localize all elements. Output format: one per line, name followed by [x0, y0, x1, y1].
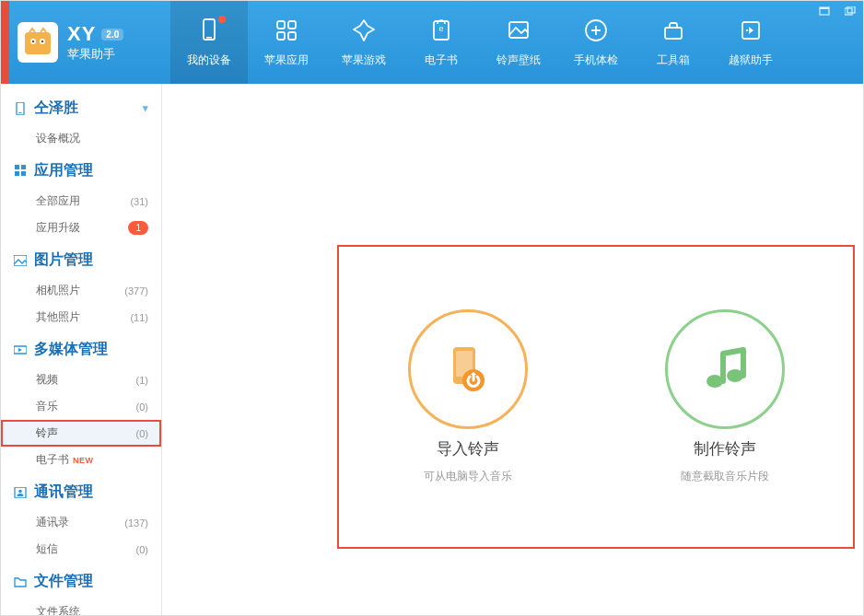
create-title: 制作铃声 — [694, 438, 756, 459]
item-count: (11) — [130, 312, 148, 323]
sidebar-group-contacts[interactable]: 通讯管理 — [1, 473, 161, 509]
create-ringtone-icon — [665, 309, 785, 429]
sidebar-item-label: 通讯录 — [36, 515, 69, 530]
create-subtitle: 随意截取音乐片段 — [681, 469, 769, 484]
apps-icon — [14, 165, 27, 178]
window-minimize-icon[interactable] — [817, 5, 832, 17]
sidebar-item-label: 全部应用 — [36, 193, 80, 209]
import-ringtone-icon — [408, 309, 528, 429]
sidebar-device-head[interactable]: 仝泽胜 ▾ — [1, 89, 161, 125]
item-count: (0) — [136, 401, 148, 413]
sidebar-item[interactable]: 全部应用(31) — [1, 188, 161, 215]
sidebar-group-title: 图片管理 — [34, 250, 93, 270]
image-icon — [14, 254, 27, 267]
sidebar-group-title: 多媒体管理 — [34, 340, 108, 359]
device-icon — [14, 102, 27, 115]
tab-device[interactable]: 我的设备 — [170, 1, 248, 84]
svg-rect-25 — [15, 171, 19, 176]
sidebar-item-label: 相机照片 — [36, 283, 80, 298]
main-tabs: 我的设备苹果应用苹果游戏e电子书铃声壁纸手机体检工具箱越狱助手 — [170, 1, 789, 84]
sidebar-group-apps[interactable]: 应用管理 — [1, 152, 161, 188]
sidebar-item-label: 视频 — [36, 372, 58, 388]
sidebar-item[interactable]: 文件系统 — [1, 599, 161, 615]
jailbreak-icon — [737, 17, 765, 47]
sidebar-group-image[interactable]: 图片管理 — [1, 241, 161, 277]
sidebar-item[interactable]: 应用升级1 — [1, 215, 161, 241]
svg-rect-10 — [206, 37, 212, 39]
sidebar-item[interactable]: 铃声(0) — [1, 420, 161, 447]
item-count: (377) — [124, 285, 148, 296]
tab-label: 苹果应用 — [264, 52, 309, 68]
svg-point-30 — [18, 489, 22, 493]
tab-wallpaper[interactable]: 铃声壁纸 — [480, 1, 557, 84]
files-icon — [14, 575, 27, 588]
item-count: (31) — [130, 196, 148, 207]
svg-point-8 — [41, 41, 43, 42]
device-name: 仝泽胜 — [34, 99, 78, 118]
chevron-down-icon: ▾ — [143, 102, 148, 114]
sidebar-item-label: 铃声 — [36, 425, 58, 441]
tab-label: 工具箱 — [657, 52, 690, 68]
sidebar-group-media[interactable]: 多媒体管理 — [1, 331, 161, 366]
svg-rect-2 — [845, 8, 852, 15]
sidebar-item-label: 文件系统 — [36, 604, 80, 615]
tab-apps[interactable]: 苹果应用 — [248, 1, 325, 84]
tab-label: 苹果游戏 — [342, 52, 386, 68]
app-header: XY 2.0 苹果助手 我的设备苹果应用苹果游戏e电子书铃声壁纸手机体检工具箱越… — [1, 1, 863, 84]
app-logo-icon — [18, 22, 58, 63]
wallpaper-icon — [505, 17, 532, 47]
import-title: 导入铃声 — [437, 438, 499, 459]
svg-rect-23 — [15, 165, 19, 169]
sidebar-item[interactable]: 相机照片(377) — [1, 277, 161, 304]
window-maximize-icon[interactable] — [843, 5, 858, 17]
health-icon — [582, 17, 610, 47]
sidebar-item[interactable]: 视频(1) — [1, 366, 161, 393]
tab-label: 铃声壁纸 — [496, 52, 541, 68]
sidebar-item-label: 音乐 — [36, 399, 58, 414]
svg-rect-12 — [288, 21, 296, 29]
sidebar-item[interactable]: 其他照片(11) — [1, 304, 161, 331]
sidebar-item[interactable]: 通讯录(137) — [1, 509, 161, 536]
app-name: XY — [67, 22, 96, 46]
left-red-marker — [1, 1, 9, 84]
item-count: (0) — [136, 428, 148, 439]
svg-rect-3 — [847, 6, 855, 13]
import-subtitle: 可从电脑导入音乐 — [424, 469, 512, 484]
logo-block: XY 2.0 苹果助手 — [18, 22, 165, 63]
tab-jailbreak[interactable]: 越狱助手 — [712, 1, 789, 84]
sidebar-group-title: 文件管理 — [34, 572, 93, 591]
tab-label: 越狱助手 — [729, 52, 773, 68]
sidebar-group-files[interactable]: 文件管理 — [1, 563, 161, 599]
tab-health[interactable]: 手机体检 — [557, 1, 635, 84]
svg-rect-24 — [21, 165, 26, 169]
svg-rect-19 — [665, 28, 682, 39]
create-ringtone-option[interactable]: 制作铃声 随意截取音乐片段 — [596, 247, 853, 547]
svg-text:e: e — [438, 24, 443, 33]
svg-rect-14 — [288, 32, 296, 40]
tab-toolbox[interactable]: 工具箱 — [635, 1, 712, 84]
sidebar-item[interactable]: 电子书NEW — [1, 447, 161, 473]
window-controls — [817, 5, 858, 17]
app-subtitle: 苹果助手 — [67, 46, 123, 63]
sidebar-group-title: 应用管理 — [34, 161, 93, 180]
sidebar-item[interactable]: 音乐(0) — [1, 393, 161, 420]
item-count: (137) — [124, 517, 148, 529]
tab-ebook[interactable]: e电子书 — [403, 1, 480, 84]
tab-label: 手机体检 — [574, 52, 618, 68]
sidebar-item-overview[interactable]: 设备概况 — [1, 125, 161, 152]
svg-rect-26 — [21, 171, 26, 176]
svg-rect-13 — [277, 32, 285, 40]
svg-rect-4 — [25, 32, 51, 54]
sidebar-item[interactable]: 短信(0) — [1, 536, 161, 563]
item-count: (1) — [136, 375, 148, 386]
sidebar-item-label: 短信 — [36, 541, 58, 557]
toolbox-icon — [660, 17, 687, 47]
tab-games[interactable]: 苹果游戏 — [325, 1, 403, 84]
svg-point-7 — [32, 41, 34, 42]
new-tag: NEW — [73, 456, 94, 465]
ebook-icon: e — [427, 17, 455, 47]
svg-rect-11 — [277, 21, 285, 29]
media-icon — [14, 343, 27, 356]
sidebar-item-label: 设备概况 — [36, 131, 80, 146]
import-ringtone-option[interactable]: 导入铃声 可从电脑导入音乐 — [339, 247, 596, 547]
